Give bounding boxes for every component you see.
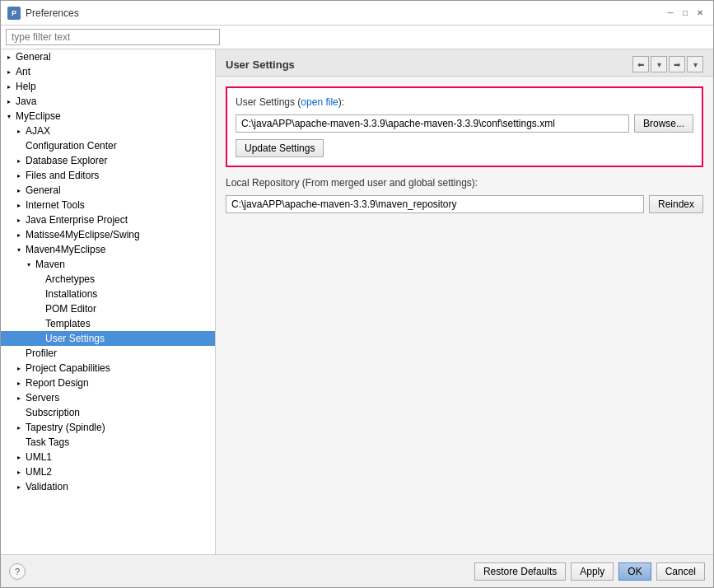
sidebar-label-templates: Templates	[45, 318, 91, 329]
sidebar-item-installations[interactable]: Installations	[1, 287, 215, 301]
sidebar-label-servers: Servers	[26, 392, 59, 404]
sidebar-item-uml2[interactable]: UML2	[1, 464, 215, 479]
filter-input[interactable]	[6, 29, 220, 45]
tree-arrow-maven	[24, 259, 34, 269]
sidebar-item-configuration-center[interactable]: Configuration Center	[1, 138, 215, 153]
ok-button[interactable]: OK	[618, 562, 651, 581]
tree-arrow-pom-editor	[34, 304, 44, 314]
tree-arrow-configuration-center	[14, 141, 24, 151]
sidebar-item-servers[interactable]: Servers	[1, 390, 215, 405]
nav-dropdown-button[interactable]: ▾	[651, 56, 667, 72]
file-path-row: Browse...	[236, 114, 693, 133]
sidebar-item-general[interactable]: General	[1, 49, 215, 64]
open-file-link[interactable]: open file	[301, 96, 338, 108]
sidebar-item-templates[interactable]: Templates	[1, 316, 215, 331]
titlebar: P Preferences ─ □ ✕	[1, 1, 713, 26]
sidebar-label-configuration-center: Configuration Center	[26, 140, 117, 152]
minimize-button[interactable]: ─	[664, 7, 677, 20]
sidebar-label-help: Help	[16, 81, 36, 92]
browse-button[interactable]: Browse...	[634, 114, 693, 133]
sidebar-label-user-settings: User Settings	[45, 333, 105, 344]
close-button[interactable]: ✕	[693, 7, 707, 20]
tree-arrow-ant	[4, 67, 14, 77]
sidebar-label-ajax: AJAX	[26, 125, 50, 137]
sidebar-label-archetypes: Archetypes	[45, 273, 95, 285]
tree-arrow-profiler	[14, 348, 24, 358]
tree-arrow-subscription	[14, 408, 24, 418]
sidebar-label-report-design: Report Design	[26, 377, 89, 389]
help-button[interactable]: ?	[9, 563, 26, 580]
sidebar-label-maven: Maven	[35, 259, 65, 270]
tree-arrow-templates	[34, 319, 44, 329]
sidebar-label-general: General	[16, 51, 51, 63]
panel-nav: ⬅ ▾ ➡ ▾	[632, 56, 703, 72]
tree-arrow-installations	[34, 289, 44, 299]
update-settings-button[interactable]: Update Settings	[236, 139, 324, 157]
sidebar-item-java-enterprise-project[interactable]: Java Enterprise Project	[1, 212, 215, 227]
sidebar-item-user-settings[interactable]: User Settings	[1, 331, 215, 346]
tree-arrow-files-and-editors	[14, 170, 24, 180]
sidebar-item-general2[interactable]: General	[1, 183, 215, 198]
sidebar-item-archetypes[interactable]: Archetypes	[1, 272, 215, 287]
sidebar-label-installations: Installations	[45, 288, 97, 300]
sidebar-label-subscription: Subscription	[26, 407, 80, 418]
sidebar-item-maven[interactable]: Maven	[1, 257, 215, 272]
sidebar-item-validation[interactable]: Validation	[1, 479, 215, 494]
filter-bar	[1, 26, 713, 49]
sidebar-item-profiler[interactable]: Profiler	[1, 346, 215, 361]
sidebar: GeneralAntHelpJavaMyEclipseAJAXConfigura…	[1, 49, 216, 554]
restore-defaults-button[interactable]: Restore Defaults	[474, 562, 566, 581]
sidebar-item-task-tags[interactable]: Task Tags	[1, 435, 215, 450]
main-content: GeneralAntHelpJavaMyEclipseAJAXConfigura…	[1, 49, 713, 554]
preferences-window: P Preferences ─ □ ✕ GeneralAntHelpJavaMy…	[0, 0, 714, 588]
sidebar-item-ajax[interactable]: AJAX	[1, 124, 215, 138]
sidebar-item-uml1[interactable]: UML1	[1, 450, 215, 464]
maximize-button[interactable]: □	[679, 7, 692, 20]
tree-arrow-database-explorer	[14, 156, 24, 166]
settings-file-input[interactable]	[236, 114, 629, 133]
sidebar-item-java[interactable]: Java	[1, 94, 215, 109]
local-repo-row: Reindex	[226, 195, 703, 213]
sidebar-item-subscription[interactable]: Subscription	[1, 405, 215, 420]
window-controls: ─ □ ✕	[664, 7, 707, 20]
sidebar-item-myeclipse[interactable]: MyEclipse	[1, 109, 215, 124]
sidebar-label-myeclipse: MyEclipse	[16, 110, 61, 122]
sidebar-label-general2: General	[26, 184, 61, 196]
tree-arrow-maven4myeclipse	[14, 245, 24, 254]
sidebar-item-tapestry-spindle[interactable]: Tapestry (Spindle)	[1, 420, 215, 435]
local-repo-input[interactable]	[226, 195, 644, 213]
tree-arrow-uml2	[14, 467, 24, 477]
nav-forward-dropdown-button[interactable]: ▾	[687, 56, 703, 72]
tree-arrow-java-enterprise-project	[14, 215, 24, 225]
sidebar-label-validation: Validation	[26, 481, 68, 492]
tree-arrow-ajax	[14, 126, 24, 136]
cancel-button[interactable]: Cancel	[656, 562, 705, 581]
tree-arrow-archetypes	[34, 274, 44, 284]
sidebar-item-ant[interactable]: Ant	[1, 64, 215, 79]
sidebar-item-matisse4myeclipse-swing[interactable]: Matisse4MyEclipse/Swing	[1, 227, 215, 242]
tree-arrow-general	[4, 52, 14, 62]
apply-button[interactable]: Apply	[571, 562, 614, 581]
tree-arrow-internet-tools	[14, 200, 24, 210]
tree-arrow-report-design	[14, 378, 24, 388]
app-icon: P	[7, 7, 21, 20]
sidebar-item-help[interactable]: Help	[1, 79, 215, 94]
nav-forward-button[interactable]: ➡	[669, 56, 685, 72]
sidebar-item-pom-editor[interactable]: POM Editor	[1, 301, 215, 316]
right-panel: User Settings ⬅ ▾ ➡ ▾ User Settings (ope…	[216, 49, 713, 554]
sidebar-item-database-explorer[interactable]: Database Explorer	[1, 153, 215, 168]
sidebar-item-maven4myeclipse[interactable]: Maven4MyEclipse	[1, 242, 215, 257]
sidebar-label-uml2: UML2	[26, 466, 52, 478]
sidebar-item-project-capabilities[interactable]: Project Capabilities	[1, 361, 215, 376]
nav-back-button[interactable]: ⬅	[632, 56, 649, 72]
tree-arrow-myeclipse	[4, 111, 14, 121]
sidebar-item-files-and-editors[interactable]: Files and Editors	[1, 168, 215, 183]
tree-arrow-project-capabilities	[14, 363, 24, 373]
window-title: Preferences	[26, 7, 664, 19]
sidebar-label-uml1: UML1	[26, 451, 52, 463]
sidebar-label-project-capabilities: Project Capabilities	[26, 362, 110, 374]
sidebar-item-internet-tools[interactable]: Internet Tools	[1, 198, 215, 212]
sidebar-label-java-enterprise-project: Java Enterprise Project	[26, 214, 128, 226]
reindex-button[interactable]: Reindex	[649, 195, 703, 213]
sidebar-item-report-design[interactable]: Report Design	[1, 376, 215, 390]
